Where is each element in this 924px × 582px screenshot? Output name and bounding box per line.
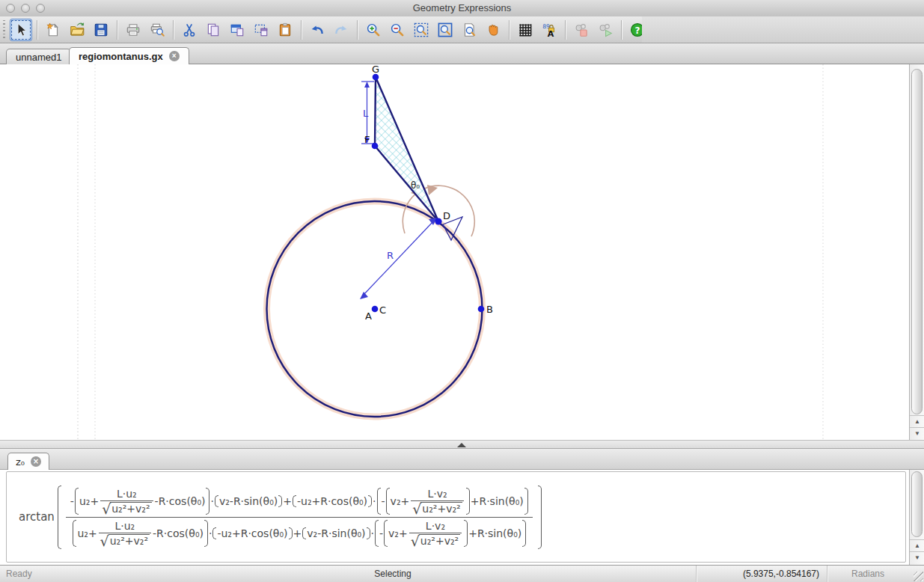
toolbar-separator [173,20,174,40]
close-paren [466,488,470,515]
new-document-button[interactable] [42,19,64,41]
angle-label-theta0: θ₀ [411,180,420,191]
tab-unnamed1[interactable]: unnamed1 [6,49,71,64]
zoom-out-icon [389,22,406,38]
grid-button[interactable] [514,19,536,41]
square-root: √ u₂²+v₂² [100,534,150,547]
expression-panel[interactable]: arctan - u₂+ L·u₂ √ u₂²+v₂ [0,470,909,565]
open-file-button[interactable] [66,19,88,41]
term-T1: u₂+ L·u₂ √ u₂²+v₂² -R·cos(θ₀) [72,520,209,547]
zoom-selection-button[interactable] [410,19,432,41]
print-preview-icon [149,22,165,38]
token: -R·cos(θ₀) [155,495,206,507]
variables-display-button[interactable]: 89A [538,19,560,41]
zoom-window-icon [437,22,453,38]
point-label-B: B [486,304,493,315]
zoom-window-button[interactable] [434,19,456,41]
token: -u₂+R·cos(θ₀) [217,527,287,539]
dimension-R[interactable] [360,218,437,299]
close-tab-icon[interactable]: × [169,51,180,61]
canvas-scrollbar-thumb[interactable] [911,69,923,414]
paste-button[interactable] [274,19,296,41]
point-D[interactable] [435,218,441,224]
expression-frame: arctan - u₂+ L·u₂ √ u₂²+v₂ [6,471,906,563]
term-T2: v₂+ L·v₂ √ u₂²+v₂² [385,488,471,515]
copy-window-button[interactable] [226,19,248,41]
token: -R·cos(θ₀) [153,527,204,539]
scroll-up-arrow[interactable]: ▲ [910,415,924,428]
point-label-A: A [365,310,372,322]
copy-window-special-button[interactable] [250,19,272,41]
open-paren [293,495,296,507]
scroll-down-arrow[interactable]: ▼ [910,551,924,564]
status-state: Ready [6,569,32,579]
pan-button[interactable] [482,19,504,41]
print-button[interactable] [122,19,144,41]
point-A-C-center[interactable] [372,306,379,313]
geometry-drawing[interactable]: L R θ₀ G F D B A C [0,64,909,440]
token: L·v₂ [423,488,450,500]
zoom-page-button[interactable] [458,19,480,41]
close-tab-icon[interactable]: × [31,456,41,467]
tab-regiomontanus[interactable]: regiomontanus.gx × [69,47,189,64]
toolbar-separator [357,20,358,40]
token: u₂²+v₂² [108,534,150,547]
tab-label: regiomontanus.gx [79,51,163,62]
toolbar-separator [621,20,622,40]
canvas-vertical-scrollbar[interactable]: ▲ ▼ [909,64,924,440]
op: + [283,495,292,507]
point-F[interactable] [372,143,379,150]
animate-button[interactable] [570,19,593,41]
term-M1: -u₂+R·cos(θ₀) [212,527,293,539]
status-bar: Ready Selecting (5.9375,-0.854167) Radia… [0,565,924,582]
cut-button[interactable] [178,19,201,41]
denominator: u₂+ L·u₂ √ u₂²+v₂² -R·cos(θ₀) [66,517,533,549]
print-preview-button[interactable] [146,19,168,41]
numerator: - u₂+ L·u₂ √ u₂²+v₂² [64,485,535,517]
expression-scrollbar-thumb[interactable] [911,471,923,537]
copy-button[interactable] [202,19,224,41]
point-label-C: C [379,304,386,316]
select-tool-button[interactable] [10,19,32,41]
close-paren [206,488,209,515]
angle-unit: Radians [851,569,884,579]
save-file-button[interactable] [90,19,112,41]
sub-fraction: L·u₂ √ u₂²+v₂² [100,488,153,515]
open-paren [386,488,390,515]
sub-denominator: √ u₂²+v₂² [100,500,153,515]
term-T2-outer: - v₂+ L·v₂ √ u₂²+v₂² [374,520,527,547]
tab-label: unnamed1 [16,52,61,63]
token: v₂+ [391,495,410,507]
variables-lock-icon: 89A [541,22,557,38]
toolbar-drag-handle[interactable] [3,20,5,40]
scroll-up-arrow[interactable]: ▲ [910,539,924,552]
redo-arrow-icon [333,22,349,38]
sub-denominator: √ u₂²+v₂² [409,533,462,547]
svg-text:A: A [548,28,554,37]
open-paren [75,488,79,515]
arctan-expression[interactable]: arctan - u₂+ L·u₂ √ u₂²+v₂ [19,485,542,549]
point-B[interactable] [478,306,485,313]
scroll-down-arrow[interactable]: ▼ [910,427,924,440]
zoom-in-button[interactable] [362,19,385,41]
zoom-out-button[interactable] [386,19,409,41]
status-mode: Selecting [344,569,441,579]
expression-vertical-scrollbar[interactable]: ▲ ▼ [909,470,924,565]
drawing-canvas[interactable]: L R θ₀ G F D B A C [0,64,909,440]
sub-fraction: L·u₂ √ u₂²+v₂² [99,520,151,547]
splitter-grip-icon[interactable] [457,443,466,447]
close-paren [538,485,542,549]
term-S1: v₂-R·sin(θ₀) [214,495,283,507]
open-paren [302,527,306,539]
zoom-selection-icon [413,22,429,38]
resize-grip[interactable] [914,572,923,581]
redo-button[interactable] [330,19,352,41]
token: u₂+ [77,527,97,539]
term-T2: v₂+ L·v₂ √ u₂²+v₂² [383,520,468,547]
square-root: √ u₂²+v₂² [102,502,151,515]
undo-button[interactable] [306,19,328,41]
calculate-button[interactable] [594,19,616,41]
panel-splitter[interactable] [0,440,924,449]
toolbar-separator [509,20,510,40]
tab-z0[interactable]: z₀ × [7,453,49,470]
